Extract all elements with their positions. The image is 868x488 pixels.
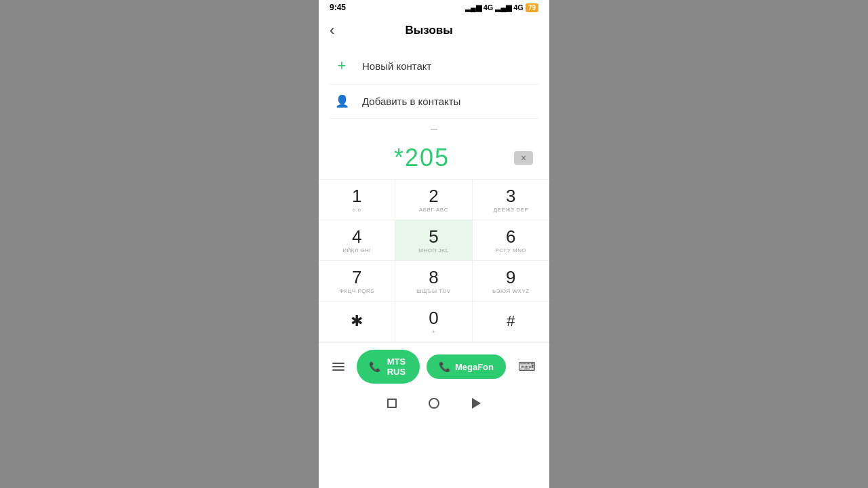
key-letters-1: о.о [353,207,361,213]
key-letters-3: ДЕЁЖЗ DEF [494,207,528,213]
key-letters-2: АБВГ ABC [419,207,448,213]
signal-bars-1: ▂▄▆ [465,3,481,12]
key-letters-4: ИЙКЛ GHI [342,247,371,253]
page-title: Вызовы [340,24,518,37]
call-mts-label: MTS RUS [385,357,408,377]
call-megafon-label: MegaFon [455,362,494,372]
key-num-4: 4 [352,227,361,247]
key-num-9: 9 [506,268,515,287]
key-9[interactable]: 9 ЬЭЮЯ WXYZ [473,261,549,302]
call-mts-button[interactable]: 📞 MTS RUS [357,350,420,384]
nav-stop-button[interactable] [384,396,399,411]
nav-triangle-icon [472,398,481,409]
plus-icon: + [332,57,351,75]
call-megafon-button[interactable]: 📞 MegaFon [427,354,506,379]
bottom-call-bar: 📞 MTS RUS 📞 MegaFon ⌨ [319,342,549,390]
dash-separator: – [319,119,549,137]
signal-bars-2: ▂▄▆ [495,3,511,12]
key-letters-9: ЬЭЮЯ WXYZ [492,288,530,294]
keypad-toggle-button[interactable]: ⌨ [513,355,541,378]
key-num-0: 0 [429,308,438,328]
nav-home-button[interactable] [427,396,441,411]
key-2[interactable]: 2 АБВГ ABC [395,180,472,220]
battery-indicator: 79 [526,3,538,12]
key-letters-7: ФХЦЧ PQRS [339,288,374,294]
key-7[interactable]: 7 ФХЦЧ PQRS [319,261,395,302]
status-time: 9:45 [330,3,346,12]
key-num-3: 3 [506,186,515,206]
dot-line-3 [332,369,344,371]
nav-back-button[interactable] [469,396,484,411]
key-num-hash: # [507,313,515,329]
phone-screen: 9:45 ▂▄▆ 4G ▂▄▆ 4G 79 ‹ Вызовы + Новый к… [319,0,549,488]
menu-dots-button[interactable] [327,359,350,375]
dot-line-1 [332,363,344,364]
new-contact-item[interactable]: + Новый контакт [319,47,549,84]
key-letters-6: РСТУ MNO [496,247,527,253]
key-hash[interactable]: # [473,302,549,342]
nav-square-icon [387,399,397,408]
key-3[interactable]: 3 ДЕЁЖЗ DEF [473,180,549,220]
call-icon-megafon: 📞 [439,361,450,372]
key-0[interactable]: 0 + [395,302,472,342]
nav-circle-icon [429,398,439,409]
nav-bar [319,390,549,415]
key-letters-5: МНОП JKL [418,247,448,253]
header: ‹ Вызовы [319,14,549,47]
person-icon: 👤 [332,94,351,108]
key-1[interactable]: 1 о.о [319,180,395,220]
dial-display: *205 [319,137,549,179]
key-letters-8: ШЩЪЫ TUV [416,288,450,294]
backspace-button[interactable] [511,148,536,167]
add-to-contacts-item[interactable]: 👤 Добавить в контакты [319,85,549,118]
key-num-6: 6 [506,227,515,247]
backspace-icon [514,151,533,165]
key-num-1: 1 [352,186,361,206]
key-num-5: 5 [429,227,438,247]
key-4[interactable]: 4 ИЙКЛ GHI [319,220,395,261]
key-num-7: 7 [352,268,361,287]
status-right: ▂▄▆ 4G ▂▄▆ 4G 79 [465,3,538,12]
key-8[interactable]: 8 ШЩЪЫ TUV [395,261,472,302]
call-icon-mts: 📞 [369,361,380,372]
signal-type-2: 4G [513,3,524,12]
key-5[interactable]: 5 МНОП JKL [395,220,472,261]
keypad: 1 о.о 2 АБВГ ABC 3 ДЕЁЖЗ DEF 4 ИЙКЛ GHI … [319,179,549,342]
key-6[interactable]: 6 РСТУ MNO [473,220,549,261]
key-letters-0: + [432,329,435,335]
status-bar: 9:45 ▂▄▆ 4G ▂▄▆ 4G 79 [319,0,549,14]
key-num-8: 8 [429,268,438,287]
add-to-contacts-label: Добавить в контакты [362,96,460,107]
signal-type-1: 4G [484,3,494,12]
key-num-2: 2 [429,186,438,206]
new-contact-label: Новый контакт [362,60,431,72]
dot-line-2 [332,366,344,367]
dialed-number: *205 [332,144,511,172]
back-button[interactable]: ‹ [330,19,340,42]
key-num-star: ✱ [351,313,363,329]
key-star[interactable]: ✱ [319,302,395,342]
